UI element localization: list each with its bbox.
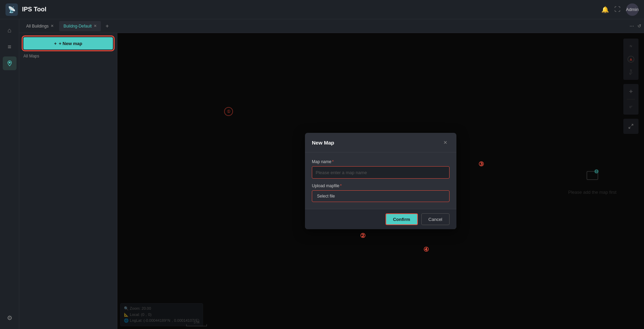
app-title: IPS Tool — [22, 6, 597, 13]
modal-overlay: New Map ✕ Map name* — [117, 33, 644, 329]
more-icon[interactable]: ⋯ — [630, 23, 634, 29]
upload-required-star: * — [340, 183, 342, 188]
tab-building-default-label: Buildng-Default — [63, 24, 92, 29]
bell-icon[interactable]: 🔔 — [601, 6, 609, 13]
close-icon: ✕ — [443, 140, 447, 145]
tab-add-button[interactable]: + — [102, 21, 112, 31]
modal-header: New Map ✕ — [305, 133, 456, 152]
upload-mapfile-group: Upload mapfile* Select file — [312, 183, 450, 202]
required-star: * — [332, 159, 334, 164]
annotation-4: ④ — [423, 246, 429, 253]
modal-footer: Confirm Cancel — [305, 209, 456, 229]
modal-wrapper: New Map ✕ Map name* — [305, 133, 456, 229]
app-logo: 📡 — [6, 3, 18, 16]
main-layout: ⌂ ≡ ⚙ All Buildings ✕ Buildng-Default ✕ … — [0, 19, 644, 329]
logo-icon: 📡 — [8, 6, 15, 13]
sidebar-item-list[interactable]: ≡ — [3, 40, 17, 54]
confirm-button[interactable]: Confirm — [386, 213, 418, 225]
content-area: All Buildings ✕ Buildng-Default ✕ + ⋯ ↺ … — [19, 19, 644, 329]
tab-building-default-close[interactable]: ✕ — [94, 24, 97, 28]
tab-all-buildings[interactable]: All Buildings ✕ — [22, 21, 58, 31]
sidebar-item-home[interactable]: ⌂ — [3, 23, 17, 37]
tab-bar: All Buildings ✕ Buildng-Default ✕ + ⋯ ↺ — [19, 19, 644, 33]
modal-close-button[interactable]: ✕ — [441, 138, 450, 147]
avatar[interactable]: Admin — [626, 3, 638, 16]
admin-label: Admin — [626, 7, 639, 12]
sidebar-item-settings[interactable]: ⚙ — [3, 311, 17, 325]
svg-point-0 — [9, 62, 10, 63]
all-maps-label: All Maps — [23, 52, 113, 60]
modal-title: New Map — [312, 140, 334, 146]
new-map-modal: New Map ✕ Map name* — [305, 133, 456, 229]
new-map-icon: + — [54, 41, 57, 46]
modal-body: Map name* Upload mapfile* Selec — [305, 152, 456, 209]
app-header: 📡 IPS Tool 🔔 ⛶ Admin — [0, 0, 644, 19]
upload-label: Upload mapfile* — [312, 183, 450, 188]
sidebar: ⌂ ≡ ⚙ — [0, 19, 19, 329]
tab-all-buildings-label: All Buildings — [26, 24, 49, 29]
select-file-label: Select file — [317, 194, 335, 199]
map-name-label: Map name* — [312, 159, 450, 164]
map-name-group: Map name* — [312, 159, 450, 179]
tab-all-buildings-close[interactable]: ✕ — [51, 24, 54, 28]
tab-building-default[interactable]: Buildng-Default ✕ — [59, 21, 101, 31]
select-file-button[interactable]: Select file — [312, 190, 450, 202]
left-panel: + + New map All Maps — [19, 33, 117, 329]
annotation-3: ③ — [478, 160, 484, 168]
fullscreen-icon[interactable]: ⛶ — [614, 6, 621, 13]
annotation-2: ② — [360, 232, 366, 240]
header-right: 🔔 ⛶ Admin — [601, 3, 638, 16]
new-map-button[interactable]: + + New map — [23, 37, 113, 50]
new-map-label: + New map — [59, 41, 82, 46]
refresh-icon[interactable]: ↺ — [637, 23, 641, 29]
map-area: N S 0° ✛ — [117, 33, 644, 329]
tab-bar-right: ⋯ ↺ — [630, 23, 641, 29]
cancel-button[interactable]: Cancel — [421, 213, 450, 225]
inner-layout: + + New map All Maps N — [19, 33, 644, 329]
sidebar-item-map[interactable] — [3, 56, 17, 70]
map-name-input[interactable] — [312, 166, 450, 179]
